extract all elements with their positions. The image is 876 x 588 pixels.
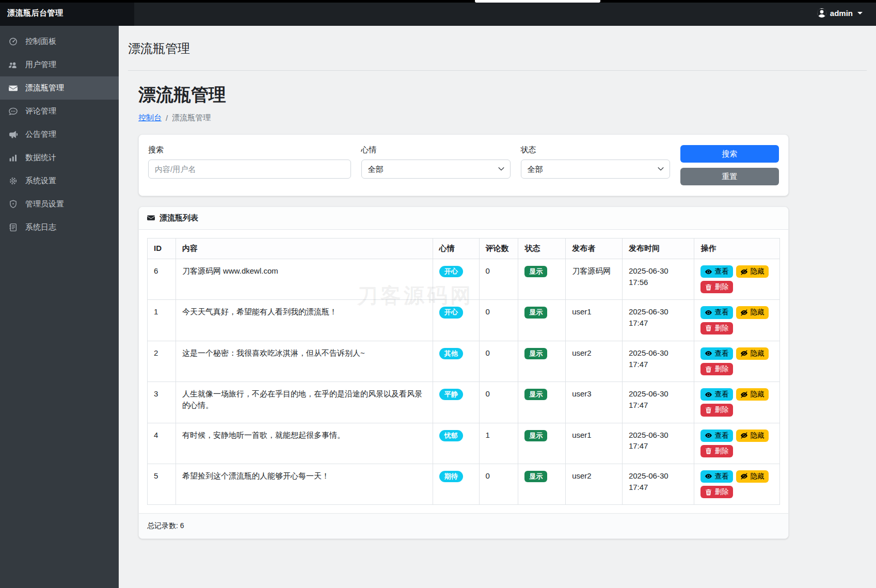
sidebar-item-statistics[interactable]: 数据统计: [0, 146, 119, 169]
sidebar-item-logs[interactable]: 系统日志: [0, 216, 119, 239]
trash-icon: [705, 284, 712, 291]
status-badge: 显示: [524, 307, 547, 318]
view-button[interactable]: 查看: [700, 470, 733, 483]
eye-icon: [705, 391, 712, 398]
cell-status: 显示: [518, 464, 566, 504]
delete-button[interactable]: 删除: [700, 404, 733, 416]
table-row: 4 有时候，安静地听一首歌，就能想起很多事情。 忧郁 1 显示 user1 20…: [148, 423, 780, 464]
sidebar-item-announcements[interactable]: 公告管理: [0, 123, 119, 146]
cell-id: 1: [148, 300, 176, 341]
delete-button[interactable]: 删除: [700, 445, 733, 457]
breadcrumb-link-console[interactable]: 控制台: [138, 113, 162, 123]
page-title: 漂流瓶管理: [128, 40, 867, 71]
table-row: 5 希望捡到这个漂流瓶的人能够开心每一天！ 期待 0 显示 user2 2025…: [148, 464, 780, 504]
hide-button[interactable]: 隐藏: [736, 265, 769, 278]
view-button[interactable]: 查看: [700, 265, 733, 278]
cell-publisher: 刀客源码网: [566, 259, 623, 300]
dashboard-icon: [9, 37, 18, 46]
sidebar-item-settings[interactable]: 系统设置: [0, 169, 119, 193]
status-badge: 显示: [524, 348, 547, 359]
card-header: 漂流瓶列表: [139, 207, 788, 230]
trash-icon: [705, 407, 712, 414]
cell-actions: 查看 隐藏 删除: [694, 259, 780, 300]
cell-content: 有时候，安静地听一首歌，就能想起很多事情。: [176, 423, 433, 464]
cell-publisher: user2: [566, 341, 623, 382]
eye-slash-icon: [741, 432, 747, 439]
total-records: 总记录数: 6: [147, 521, 184, 530]
table-row: 6 刀客源码网 www.dkewl.com 开心 0 显示 刀客源码网 2025…: [148, 259, 780, 300]
browser-top-strip: [0, 0, 876, 3]
sidebar-item-label: 控制面板: [25, 37, 56, 46]
search-button[interactable]: 搜索: [680, 145, 779, 163]
cell-actions: 查看 隐藏 删除: [694, 341, 780, 382]
cell-content: 这是一个秘密：我很喜欢吃冰淇淋，但从不告诉别人~: [176, 341, 433, 382]
cell-time: 2025-06-30 17:47: [622, 464, 694, 504]
status-badge: 显示: [524, 389, 547, 400]
mood-badge: 忧郁: [439, 430, 463, 441]
envelope-icon: [147, 214, 155, 223]
eye-icon: [705, 309, 712, 316]
delete-button[interactable]: 删除: [700, 281, 733, 293]
search-input[interactable]: [148, 160, 351, 179]
sidebar-item-label: 用户管理: [25, 60, 56, 70]
cell-actions: 查看 隐藏 删除: [694, 423, 780, 464]
cell-actions: 查看 隐藏 删除: [694, 300, 780, 341]
delete-button[interactable]: 删除: [700, 486, 733, 498]
reset-button[interactable]: 重置: [680, 168, 779, 185]
bottle-table-body: 6 刀客源码网 www.dkewl.com 开心 0 显示 刀客源码网 2025…: [148, 259, 780, 505]
eye-icon: [705, 432, 712, 439]
delete-button[interactable]: 删除: [700, 322, 733, 335]
card-footer: 总记录数: 6: [139, 513, 788, 538]
cell-time: 2025-06-30 17:47: [622, 423, 694, 464]
hide-button[interactable]: 隐藏: [736, 388, 769, 401]
mood-badge: 其他: [439, 348, 463, 359]
view-button[interactable]: 查看: [700, 347, 733, 360]
filter-panel: 搜索 心情 全部 状态 全部: [138, 134, 789, 196]
hide-button[interactable]: 隐藏: [736, 430, 769, 442]
search-label: 搜索: [148, 145, 351, 155]
bottle-table: ID 内容 心情 评论数 状态 发布者 发布时间 操作 6 刀客源码网: [147, 238, 780, 505]
sidebar-item-dashboard[interactable]: 控制面板: [0, 30, 119, 53]
status-badge: 显示: [524, 471, 547, 482]
table-row: 1 今天天气真好，希望能有人看到我的漂流瓶！ 开心 0 显示 user1 202…: [148, 300, 780, 341]
hide-button[interactable]: 隐藏: [736, 347, 769, 360]
table-row: 2 这是一个秘密：我很喜欢吃冰淇淋，但从不告诉别人~ 其他 0 显示 user2…: [148, 341, 780, 382]
view-button[interactable]: 查看: [700, 430, 733, 442]
hide-button[interactable]: 隐藏: [736, 470, 769, 483]
cell-id: 4: [148, 423, 176, 464]
view-button[interactable]: 查看: [700, 388, 733, 401]
col-publisher: 发布者: [566, 239, 623, 259]
mood-select[interactable]: 全部: [361, 160, 511, 179]
mood-label: 心情: [361, 145, 511, 155]
col-comments: 评论数: [479, 239, 518, 259]
cell-time: 2025-06-30 17:56: [622, 259, 694, 300]
comments-icon: [9, 107, 18, 116]
sidebar-item-users[interactable]: 用户管理: [0, 53, 119, 76]
cell-time: 2025-06-30 17:47: [622, 300, 694, 341]
sidebar-item-comments[interactable]: 评论管理: [0, 100, 119, 123]
hide-button[interactable]: 隐藏: [736, 306, 769, 319]
cell-publisher: user3: [566, 382, 623, 423]
browser-tab-highlight: [475, 0, 600, 3]
cell-mood: 平静: [433, 382, 479, 423]
chart-icon: [9, 153, 18, 162]
envelope-icon: [9, 84, 18, 92]
trash-icon: [705, 366, 712, 373]
mood-badge: 期待: [439, 471, 463, 482]
sidebar-item-bottles[interactable]: 漂流瓶管理: [0, 76, 119, 100]
status-select[interactable]: 全部: [521, 160, 670, 179]
col-time: 发布时间: [622, 239, 694, 259]
col-actions: 操作: [694, 239, 780, 259]
sidebar-item-label: 数据统计: [25, 153, 56, 163]
trash-icon: [705, 489, 712, 496]
users-icon: [9, 60, 18, 69]
view-button[interactable]: 查看: [700, 306, 733, 319]
cell-status: 显示: [518, 382, 566, 423]
user-menu[interactable]: admin: [817, 0, 876, 26]
breadcrumb: 控制台 / 漂流瓶管理: [138, 113, 789, 123]
cell-mood: 忧郁: [433, 423, 479, 464]
eye-slash-icon: [741, 268, 747, 275]
sidebar-item-admin[interactable]: 管理员设置: [0, 193, 119, 216]
shield-icon: [9, 200, 18, 209]
delete-button[interactable]: 删除: [700, 363, 733, 375]
